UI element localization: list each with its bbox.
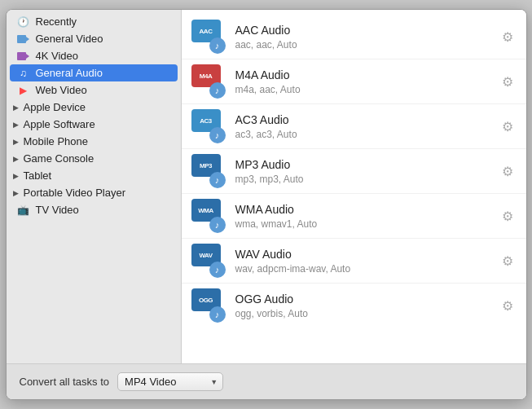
format-tags-wma: wma, wmav1, Auto [235, 218, 489, 230]
gear-button-mp3[interactable]: ⚙ [499, 162, 517, 180]
format-tags-aac: aac, aac, Auto [235, 39, 489, 51]
sidebar-item-apple-device[interactable]: ▶ Apple Device [7, 99, 181, 116]
format-tags-mp3: mp3, mp3, Auto [235, 174, 489, 185]
sidebar-item-label-game-console: Game Console [24, 152, 95, 165]
note-icon-mp3: ♪ [209, 172, 226, 188]
format-name-wma: WMA Audio [235, 203, 489, 216]
format-tags-ac3: ac3, ac3, Auto [235, 129, 489, 140]
expand-arrow-apple-software: ▶ [13, 121, 19, 129]
convert-select-wrapper[interactable]: MP4 VideoMKV VideoAVI VideoMOV VideoMP3 … [117, 372, 223, 391]
expand-arrow-tablet: ▶ [13, 172, 19, 180]
sidebar-item-tv-video[interactable]: 📺 TV Video [7, 201, 181, 218]
tv-icon: 📺 [16, 204, 31, 216]
bottom-bar: Convert all tasks to MP4 VideoMKV VideoA… [7, 363, 526, 399]
sidebar-item-tablet[interactable]: ▶ Tablet [7, 167, 181, 184]
expand-arrow-mobile-phone: ▶ [13, 138, 19, 146]
sidebar-item-recently[interactable]: 🕐 Recently [7, 13, 181, 30]
sidebar-item-web-video[interactable]: ▶ Web Video [7, 81, 181, 99]
format-info-wav: WAV Audio wav, adpcm-ima-wav, Auto [235, 248, 489, 275]
sidebar-item-label-tablet: Tablet [24, 169, 52, 182]
sidebar-item-mobile-phone[interactable]: ▶ Mobile Phone [7, 133, 181, 150]
note-icon-aac: ♪ [209, 37, 226, 54]
format-item-ac3: AC3 ♪ AC3 Audio ac3, ac3, Auto ⚙ [182, 104, 526, 149]
convert-select[interactable]: MP4 VideoMKV VideoAVI VideoMOV VideoMP3 … [117, 372, 223, 391]
expand-arrow-game-console: ▶ [13, 155, 19, 163]
note-icon-wav: ♪ [209, 262, 226, 278]
format-icon-wav: WAV ♪ [191, 244, 226, 278]
sidebar-item-4k-video[interactable]: 4K Video [7, 47, 181, 64]
4k-icon [16, 51, 31, 62]
main-content: AAC ♪ AAC Audio aac, aac, Auto ⚙ M4A ♪ M… [182, 10, 526, 363]
gear-button-ac3[interactable]: ⚙ [499, 117, 517, 135]
format-item-aac: AAC ♪ AAC Audio aac, aac, Auto ⚙ [182, 15, 526, 59]
format-item-wav: WAV ♪ WAV Audio wav, adpcm-ima-wav, Auto… [182, 239, 526, 284]
format-icon-aac: AAC ♪ [191, 20, 226, 54]
sidebar-item-label-portable-video: Portable Video Player [24, 187, 126, 199]
svg-marker-3 [26, 54, 29, 59]
format-item-m4a: M4A ♪ M4A Audio m4a, aac, Auto ⚙ [182, 59, 526, 104]
gear-button-ogg[interactable]: ⚙ [499, 297, 517, 314]
sidebar-item-label-apple-device: Apple Device [24, 101, 86, 113]
sidebar-item-label-recently: Recently [36, 15, 77, 28]
sidebar-item-label-general-audio: General Audio [36, 67, 103, 79]
format-item-wma: WMA ♪ WMA Audio wma, wmav1, Auto ⚙ [182, 194, 526, 239]
web-icon: ▶ [16, 85, 31, 96]
sidebar-item-label-mobile-phone: Mobile Phone [24, 135, 89, 147]
sidebar-item-label-general-video: General Video [36, 33, 103, 45]
svg-rect-0 [17, 35, 26, 43]
gear-button-wav[interactable]: ⚙ [499, 252, 517, 270]
format-info-wma: WMA Audio wma, wmav1, Auto [235, 203, 489, 230]
sidebar-item-apple-software[interactable]: ▶ Apple Software [7, 116, 181, 133]
video-icon [16, 33, 31, 45]
svg-marker-1 [26, 37, 29, 42]
format-icon-mp3: MP3 ♪ [191, 154, 226, 188]
expand-arrow-apple-device: ▶ [13, 103, 19, 112]
svg-rect-2 [17, 52, 26, 60]
format-item-ogg: OGG ♪ OGG Audio ogg, vorbis, Auto ⚙ [182, 284, 526, 328]
format-item-mp3: MP3 ♪ MP3 Audio mp3, mp3, Auto ⚙ [182, 149, 526, 194]
format-icon-wma: WMA ♪ [191, 199, 226, 233]
sidebar: 🕐 Recently General Video 4K Video ♫ Gene… [7, 10, 182, 363]
format-name-ac3: AC3 Audio [235, 113, 489, 126]
format-icon-m4a: M4A ♪ [191, 64, 226, 99]
sidebar-item-label-apple-software: Apple Software [24, 118, 95, 130]
gear-button-m4a[interactable]: ⚙ [499, 73, 517, 90]
clock-icon: 🕐 [16, 16, 31, 28]
expand-arrow-portable-video: ▶ [13, 189, 19, 197]
format-info-aac: AAC Audio aac, aac, Auto [235, 24, 489, 51]
format-info-mp3: MP3 Audio mp3, mp3, Auto [235, 158, 489, 185]
note-icon-wma: ♪ [209, 217, 226, 233]
format-icon-ac3: AC3 ♪ [191, 109, 226, 143]
format-name-ogg: OGG Audio [235, 292, 489, 306]
format-name-wav: WAV Audio [235, 248, 489, 261]
window-body: 🕐 Recently General Video 4K Video ♫ Gene… [7, 10, 526, 363]
format-tags-m4a: m4a, aac, Auto [235, 84, 489, 95]
main-window: 🕐 Recently General Video 4K Video ♫ Gene… [6, 9, 527, 400]
format-name-m4a: M4A Audio [235, 68, 489, 81]
format-info-ogg: OGG Audio ogg, vorbis, Auto [235, 292, 489, 319]
sidebar-item-label-tv-video: TV Video [36, 204, 79, 216]
format-tags-wav: wav, adpcm-ima-wav, Auto [235, 263, 489, 275]
format-name-mp3: MP3 Audio [235, 158, 489, 171]
format-info-m4a: M4A Audio m4a, aac, Auto [235, 68, 489, 95]
format-name-aac: AAC Audio [235, 24, 489, 37]
note-icon-ogg: ♪ [209, 306, 226, 323]
sidebar-item-general-audio[interactable]: ♫ General Audio [10, 64, 178, 81]
format-icon-ogg: OGG ♪ [191, 288, 226, 323]
note-icon-m4a: ♪ [209, 82, 226, 99]
sidebar-item-label-4k-video: 4K Video [36, 50, 79, 62]
sidebar-item-game-console[interactable]: ▶ Game Console [7, 150, 181, 167]
gear-button-wma[interactable]: ⚙ [499, 207, 517, 225]
gear-button-aac[interactable]: ⚙ [499, 28, 517, 46]
convert-label: Convert all tasks to [20, 376, 110, 388]
sidebar-item-portable-video[interactable]: ▶ Portable Video Player [7, 184, 181, 201]
format-tags-ogg: ogg, vorbis, Auto [235, 308, 489, 319]
audio-icon: ♫ [16, 68, 31, 79]
note-icon-ac3: ♪ [209, 127, 226, 143]
sidebar-item-general-video[interactable]: General Video [7, 30, 181, 47]
sidebar-item-label-web-video: Web Video [36, 84, 87, 96]
format-info-ac3: AC3 Audio ac3, ac3, Auto [235, 113, 489, 140]
format-list: AAC ♪ AAC Audio aac, aac, Auto ⚙ M4A ♪ M… [182, 10, 526, 363]
